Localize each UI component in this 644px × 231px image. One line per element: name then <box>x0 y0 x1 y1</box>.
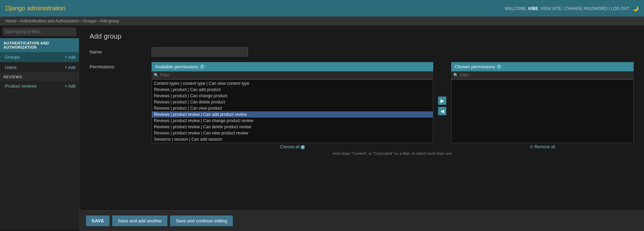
arrow-controls: ▶ ◀ <box>437 97 448 115</box>
name-label: Name: <box>90 47 152 54</box>
sidebar-section-reviews: REVIEWS <box>0 73 79 81</box>
breadcrumb-groups[interactable]: Groups <box>83 19 96 23</box>
remove-all-row[interactable]: ⊙ Remove all <box>451 143 634 151</box>
choose-all-label[interactable]: Choose all <box>280 144 300 149</box>
breadcrumb-home[interactable]: Home <box>6 19 17 23</box>
breadcrumb: Home › Authentication and Authorization … <box>0 17 644 26</box>
chosen-permissions-select[interactable] <box>451 80 633 143</box>
sidebar: AUTHENTICATION ANDAUTHORIZATION Groups +… <box>0 26 79 229</box>
chosen-permissions-box: Chosen permissions ? 🔍 ⊙ <box>451 62 634 151</box>
page-title: Add group <box>90 32 634 40</box>
user-tools: WELCOME, KIBE. VIEW SITE / CHANGE PASSWO… <box>505 6 638 11</box>
save-and-add-button[interactable]: Save and add another <box>112 215 167 226</box>
save-and-continue-button[interactable]: Save and continue editing <box>170 215 233 226</box>
sidebar-groups-link[interactable]: Groups <box>5 54 20 60</box>
available-permissions-label: Available permissions ? <box>152 62 433 71</box>
breadcrumb-auth[interactable]: Authentication and Authorization <box>20 19 79 23</box>
available-permissions-list[interactable]: Content types | content type | Can view … <box>152 79 433 143</box>
sidebar-section-auth: AUTHENTICATION ANDAUTHORIZATION <box>0 38 79 52</box>
main-content: Add group Name: Permissions: Available p… <box>79 26 644 229</box>
available-filter-input[interactable] <box>160 73 431 78</box>
sidebar-filter-wrap <box>0 26 79 38</box>
submit-row: SAVE Save and add another Save and conti… <box>79 210 644 229</box>
permissions-label: Permissions: <box>90 62 152 69</box>
move-left-button[interactable]: ◀ <box>438 107 446 115</box>
move-right-button[interactable]: ▶ <box>438 97 446 105</box>
welcome-text: WELCOME, <box>505 6 527 11</box>
sidebar-product-reviews-link[interactable]: Product reviews <box>5 83 37 89</box>
sidebar-product-reviews-add[interactable]: + Add <box>65 84 75 89</box>
choose-all-row[interactable]: Choose all ? <box>152 143 433 151</box>
remove-all-label[interactable]: Remove all <box>534 144 555 149</box>
site-title: Django administration <box>6 5 65 12</box>
available-permissions-select[interactable]: Content types | content type | Can view … <box>152 80 433 143</box>
breadcrumb-current: Add group <box>100 19 119 23</box>
sidebar-item-product-reviews[interactable]: Product reviews + Add <box>0 81 79 91</box>
available-search-icon: 🔍 <box>154 73 159 78</box>
sidebar-filter-input[interactable] <box>3 28 76 36</box>
view-site-link[interactable]: VIEW SITE <box>540 6 561 11</box>
name-input[interactable] <box>152 47 248 57</box>
name-field <box>152 47 634 57</box>
chosen-filter-input[interactable] <box>460 73 632 78</box>
permissions-row: Permissions: Available permissions ? 🔍 <box>90 62 634 155</box>
chosen-filter-wrap: 🔍 <box>451 71 634 79</box>
permissions-field: Available permissions ? 🔍 Content types … <box>152 62 634 155</box>
chosen-permissions-label: Chosen permissions ? <box>451 62 634 71</box>
available-permissions-box: Available permissions ? 🔍 Content types … <box>152 62 433 151</box>
chosen-search-icon: 🔍 <box>453 73 458 78</box>
sidebar-users-add[interactable]: + Add <box>65 65 75 70</box>
header: Django administration WELCOME, KIBE. VIE… <box>0 0 644 17</box>
chosen-permissions-list[interactable] <box>451 79 634 143</box>
permissions-container: Available permissions ? 🔍 Content types … <box>152 62 634 151</box>
remove-all-icon: ⊙ <box>530 144 533 149</box>
change-password-link[interactable]: CHANGE PASSWORD <box>565 6 607 11</box>
sidebar-item-users[interactable]: Users + Add <box>0 62 79 73</box>
log-out-link[interactable]: LOG OUT <box>611 6 630 11</box>
available-filter-wrap: 🔍 <box>152 71 433 79</box>
name-row: Name: <box>90 47 634 57</box>
available-help-icon[interactable]: ? <box>200 64 205 69</box>
sidebar-users-link[interactable]: Users <box>5 65 17 70</box>
save-button[interactable]: SAVE <box>86 215 110 226</box>
main-wrapper: AUTHENTICATION ANDAUTHORIZATION Groups +… <box>0 26 644 229</box>
hold-note: Hold down "Control", or "Command" on a M… <box>152 151 634 155</box>
theme-toggle-icon[interactable]: 🌙 <box>633 6 638 11</box>
sidebar-item-groups[interactable]: Groups + Add <box>0 52 79 62</box>
choose-all-help-icon[interactable]: ? <box>301 145 305 149</box>
chosen-help-icon[interactable]: ? <box>497 64 501 69</box>
username: KIBE <box>528 6 538 11</box>
sidebar-groups-add[interactable]: + Add <box>65 55 75 60</box>
